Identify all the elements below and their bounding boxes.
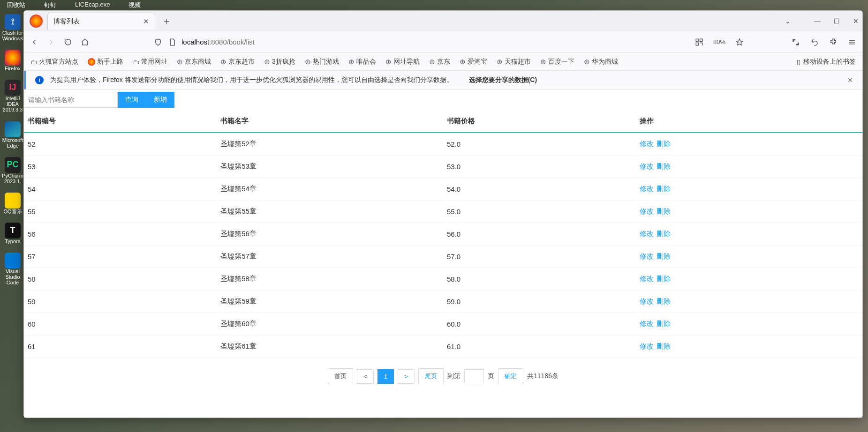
new-tab-button[interactable]: ＋ [162, 15, 171, 28]
column-header: 书籍编号 [24, 110, 217, 133]
desktop-icon[interactable]: Microsoft Edge [2, 121, 23, 149]
delete-link[interactable]: 删除 [657, 207, 671, 215]
bookmark-label: 唯品会 [356, 58, 376, 66]
column-header: 操作 [636, 110, 862, 133]
bookmark-item[interactable]: ⊕网址导航 [385, 58, 420, 66]
delete-link[interactable]: 删除 [657, 162, 671, 170]
tabs-dropdown-icon[interactable]: ⌄ [785, 17, 791, 25]
menu-icon[interactable] [847, 37, 857, 47]
bookmark-item[interactable]: ⊕天猫超市 [497, 58, 531, 66]
page-current[interactable]: 1 [377, 369, 394, 384]
edit-link[interactable]: 修改 [640, 140, 654, 148]
query-button[interactable]: 查询 [118, 92, 146, 108]
desktop-icon[interactable]: PCPyCharm 2023.1. [2, 157, 23, 184]
extensions-icon[interactable] [829, 37, 838, 47]
edit-link[interactable]: 修改 [640, 207, 654, 215]
page-first[interactable]: 首页 [328, 368, 353, 384]
window-controls: ⌄ — ☐ ✕ [785, 11, 859, 31]
edit-link[interactable]: 修改 [640, 252, 654, 260]
close-window-icon[interactable]: ✕ [853, 17, 859, 25]
delete-link[interactable]: 删除 [657, 230, 671, 238]
tab-title: 博客列表 [53, 17, 80, 26]
edit-link[interactable]: 修改 [640, 320, 654, 328]
edit-link[interactable]: 修改 [640, 275, 654, 283]
edit-link[interactable]: 修改 [640, 162, 654, 170]
bookmark-label: 常用网址 [141, 58, 167, 66]
delete-link[interactable]: 删除 [657, 185, 671, 193]
desktop-icon[interactable]: Firefox [2, 50, 23, 71]
delete-link[interactable]: 删除 [657, 320, 671, 328]
forward-icon[interactable] [46, 37, 56, 47]
delete-link[interactable]: 删除 [657, 252, 671, 260]
svg-rect-0 [696, 39, 698, 41]
delete-link[interactable]: 删除 [657, 275, 671, 283]
bookmark-item[interactable]: 🗀火狐官方站点 [30, 58, 78, 66]
search-input[interactable] [24, 92, 118, 108]
desktop-topbar-item[interactable]: LICEcap.exe [75, 1, 110, 8]
back-icon[interactable] [30, 37, 39, 47]
address-bar[interactable]: localhost:8080/book/list [153, 37, 255, 47]
home-icon[interactable] [80, 37, 90, 47]
bookmark-item[interactable]: ⊕热门游戏 [305, 58, 339, 66]
bookmark-label: 百度一下 [548, 58, 574, 66]
desktop-icon[interactable]: Visual Studio Code [2, 253, 23, 285]
page-last[interactable]: 尾页 [418, 368, 444, 384]
bookmark-item[interactable]: ⊕爱淘宝 [460, 58, 487, 66]
nav-toolbar: localhost:8080/book/list 80% [24, 31, 862, 53]
bookmark-item[interactable]: ⊕京东超市 [220, 58, 255, 66]
bookmark-item[interactable]: ⊕百度一下 [540, 58, 574, 66]
delete-link[interactable]: 删除 [657, 297, 671, 305]
zoom-level[interactable]: 80% [713, 38, 725, 45]
delete-link[interactable]: 删除 [657, 140, 671, 148]
bookmark-item[interactable]: ⊕3折疯抢 [264, 58, 295, 66]
page-prev[interactable]: < [357, 369, 374, 384]
edit-link[interactable]: 修改 [640, 185, 654, 193]
edit-link[interactable]: 修改 [640, 297, 654, 305]
info-action[interactable]: 选择您要分享的数据(C) [469, 76, 537, 84]
desktop-icon[interactable]: IJIntelliJ IDEA 2019.3.3 [2, 80, 23, 112]
star-icon[interactable] [735, 37, 744, 47]
browser-tab[interactable]: 博客列表 ✕ [47, 13, 155, 30]
browser-window: 博客列表 ✕ ＋ ⌄ — ☐ ✕ localhost:8080/book/lis… [23, 10, 863, 418]
folder-icon: 🗀 [133, 58, 139, 66]
minimize-icon[interactable]: — [814, 17, 821, 25]
undo-icon[interactable] [810, 37, 819, 47]
maximize-icon[interactable]: ☐ [834, 17, 840, 25]
desktop-icon-label: Typora [5, 238, 21, 244]
globe-icon: ⊕ [540, 58, 546, 66]
cell-name: 圣墟第52章 [217, 133, 443, 156]
edit-link[interactable]: 修改 [640, 342, 654, 350]
bookmark-item[interactable]: 🗀常用网址 [133, 58, 167, 66]
bookmark-item[interactable]: ⊕唯品会 [348, 58, 376, 66]
desktop-icon[interactable]: QQ音乐 [2, 193, 23, 214]
cell-price: 59.0 [443, 290, 636, 313]
cell-ops: 修改删除 [636, 201, 862, 223]
cell-id: 53 [24, 156, 217, 178]
bookmark-item[interactable]: ⊕华为商城 [584, 58, 618, 66]
page-goto-input[interactable] [464, 369, 484, 383]
page-confirm[interactable]: 确定 [498, 368, 523, 384]
delete-link[interactable]: 删除 [657, 342, 671, 350]
close-tab-icon[interactable]: ✕ [143, 17, 149, 26]
cell-price: 52.0 [443, 133, 636, 156]
desktop-topbar-item[interactable]: 回收站 [7, 1, 25, 9]
bookmark-item[interactable]: ⊕京东商城 [177, 58, 211, 66]
edit-link[interactable]: 修改 [640, 230, 654, 238]
add-button[interactable]: 新增 [146, 92, 174, 108]
info-close-icon[interactable]: ✕ [847, 76, 853, 84]
shield-icon[interactable] [153, 37, 163, 47]
desktop-topbar-item[interactable]: 钉钉 [44, 1, 56, 9]
qr-icon[interactable] [694, 37, 704, 47]
cell-name: 圣墟第60章 [217, 313, 443, 335]
desktop-icon[interactable]: ⟟Clash for Windows [2, 14, 23, 41]
page-content: 查询 新增 书籍编号书籍名字书籍价格操作 52圣墟第52章52.0修改删除53圣… [24, 89, 862, 417]
cell-price: 61.0 [443, 335, 636, 358]
bookmark-item[interactable]: ⊕京东 [429, 58, 450, 66]
desktop-icon[interactable]: TTypora [2, 223, 23, 244]
bookmark-item[interactable]: 新手上路 [88, 58, 123, 66]
desktop-topbar-item[interactable]: 视频 [128, 1, 141, 9]
page-next[interactable]: > [398, 369, 415, 384]
screenshot-icon[interactable] [791, 37, 800, 47]
reload-icon[interactable] [63, 37, 73, 47]
bookmarks-mobile[interactable]: ▯ 移动设备上的书签 [797, 58, 856, 66]
